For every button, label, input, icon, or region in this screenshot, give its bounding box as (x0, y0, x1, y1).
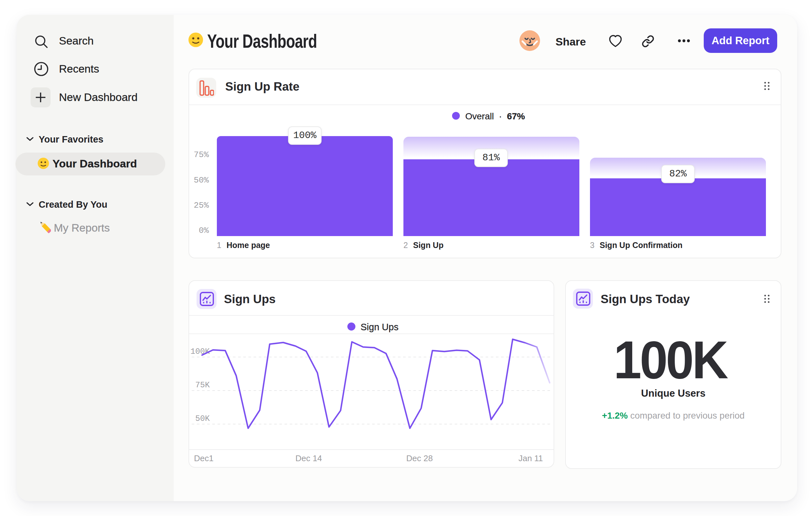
svg-text:Dec 14: Dec 14 (295, 454, 322, 463)
svg-text:75K: 75K (195, 381, 210, 390)
svg-text:50K: 50K (195, 414, 210, 424)
svg-text:Dec1: Dec1 (194, 454, 214, 463)
svg-text:Jan 11: Jan 11 (518, 454, 543, 463)
svg-text:100K: 100K (191, 347, 210, 356)
svg-text:Dec 28: Dec 28 (406, 454, 433, 463)
